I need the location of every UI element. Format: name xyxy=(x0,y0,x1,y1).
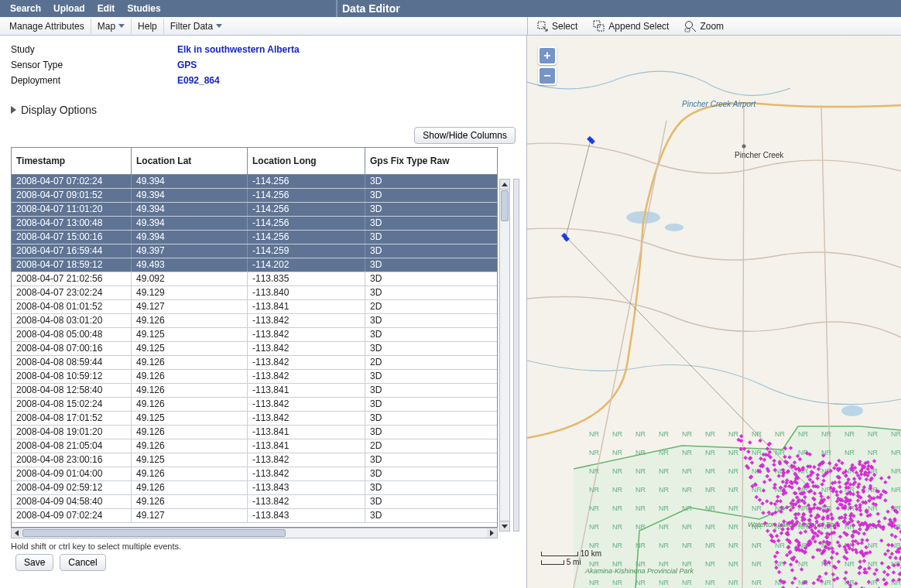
scroll-up-button[interactable] xyxy=(500,179,509,190)
column-header[interactable]: Location Long xyxy=(248,148,365,174)
study-value: Elk in southwestern Alberta xyxy=(177,44,300,55)
svg-text:NR: NR xyxy=(589,430,599,438)
svg-text:NR: NR xyxy=(728,430,738,438)
menu-filter-data[interactable]: Filter Data xyxy=(164,19,228,34)
table-row[interactable]: 2008-04-07 13:00:4849.394-114.2563D xyxy=(12,217,497,231)
table-cell: 49.126 xyxy=(132,439,248,453)
table-cell: -113.842 xyxy=(248,314,365,327)
table-row[interactable]: 2008-04-07 11:01:2049.394-114.2563D xyxy=(12,203,497,217)
svg-text:NR: NR xyxy=(635,467,646,475)
svg-text:NR: NR xyxy=(752,523,762,531)
table-row[interactable]: 2008-04-07 21:02:5649.092-113.8353D xyxy=(12,272,497,286)
table-row[interactable]: 2008-04-08 05:00:4849.125-113.8423D xyxy=(12,328,497,342)
topbar-item-edit[interactable]: Edit xyxy=(92,2,121,15)
menu-help[interactable]: Help xyxy=(132,19,164,34)
table-cell: -114.256 xyxy=(248,231,365,244)
map-tool-zoom[interactable]: Zoom xyxy=(679,18,729,35)
column-header[interactable]: Gps Fix Type Raw xyxy=(365,148,483,174)
svg-text:NR: NR xyxy=(589,579,599,586)
table-cell: 49.394 xyxy=(132,203,248,216)
svg-rect-2 xyxy=(598,25,604,31)
scrollbar-thumb[interactable] xyxy=(501,190,509,221)
topbar-item-upload[interactable]: Upload xyxy=(48,2,91,15)
table-cell: -113.843 xyxy=(248,481,365,494)
table-cell: 49.394 xyxy=(132,175,248,188)
chevron-right-icon xyxy=(490,530,494,536)
top-bar: SearchUploadEditStudies Data Editor xyxy=(0,0,901,17)
save-button[interactable]: Save xyxy=(15,554,53,571)
table-row[interactable]: 2008-04-08 03:01:2049.126-113.8423D xyxy=(12,314,497,328)
vertical-scrollbar[interactable] xyxy=(499,179,510,532)
table-row[interactable]: 2008-04-08 07:00:1649.125-113.8423D xyxy=(12,342,497,356)
display-options-toggle[interactable]: Display Options xyxy=(11,104,516,116)
svg-text:NR: NR xyxy=(682,430,692,438)
table-cell: -113.841 xyxy=(248,426,365,439)
table-cell: 3D xyxy=(365,495,483,508)
table-row[interactable]: 2008-04-07 18:59:1249.493-114.2023D xyxy=(12,258,497,272)
table-cell: 49.092 xyxy=(132,272,248,285)
map-canvas[interactable]: Pincher Creek Pincher Creek Airport Wate… xyxy=(527,36,901,588)
map-tool-select[interactable]: Select xyxy=(531,18,583,35)
svg-text:NR: NR xyxy=(612,523,622,531)
table-row[interactable]: 2008-04-08 01:01:5249.127-113.8412D xyxy=(12,300,497,314)
table-row[interactable]: 2008-04-08 19:01:2049.126-113.8413D xyxy=(12,426,497,439)
table-row[interactable]: 2008-04-07 07:02:2449.394-114.2563D xyxy=(12,175,497,189)
table-row[interactable]: 2008-04-09 04:58:4049.126-113.8423D xyxy=(12,495,497,509)
scroll-down-button[interactable] xyxy=(500,521,509,531)
table-row[interactable]: 2008-04-08 10:59:1249.126-113.8423D xyxy=(12,370,497,384)
table-cell: 2008-04-09 07:02:24 xyxy=(12,509,132,522)
table-cell: -113.841 xyxy=(248,384,365,397)
table-cell: 2008-04-08 08:59:44 xyxy=(12,356,132,369)
zoom-in-button[interactable]: + xyxy=(538,46,557,65)
map-tool-label: Zoom xyxy=(700,21,724,32)
svg-text:NR: NR xyxy=(728,486,738,494)
overview-scrollbar[interactable] xyxy=(513,179,519,532)
table-cell: 49.125 xyxy=(132,342,248,355)
svg-text:NR: NR xyxy=(868,430,878,438)
horizontal-scrollbar[interactable] xyxy=(11,528,498,538)
svg-text:NR: NR xyxy=(589,542,599,549)
table-row[interactable]: 2008-04-08 17:01:5249.125-113.8423D xyxy=(12,412,497,426)
table-cell: -114.256 xyxy=(248,189,365,202)
table-row[interactable]: 2008-04-08 23:00:1649.125-113.8423D xyxy=(12,453,497,467)
svg-text:NR: NR xyxy=(868,542,878,549)
table-cell: 49.127 xyxy=(132,300,248,313)
table-row[interactable]: 2008-04-08 21:05:0449.126-113.8412D xyxy=(12,439,497,453)
svg-text:NR: NR xyxy=(728,504,738,512)
column-header[interactable]: Location Lat xyxy=(132,148,248,174)
map-pane[interactable]: Pincher Creek Pincher Creek Airport Wate… xyxy=(527,36,901,588)
table-cell: 3D xyxy=(365,398,483,411)
grid-body[interactable]: 2008-04-07 07:02:2449.394-114.2563D2008-… xyxy=(12,175,497,527)
table-row[interactable]: 2008-04-09 01:04:0049.126-113.8423D xyxy=(12,467,497,481)
table-row[interactable]: 2008-04-07 15:00:1649.394-114.2563D xyxy=(12,231,497,244)
table-cell: 49.126 xyxy=(132,314,248,327)
table-row[interactable]: 2008-04-07 09:01:5249.394-114.2563D xyxy=(12,189,497,203)
scroll-left-button[interactable] xyxy=(12,528,22,538)
table-row[interactable]: 2008-04-07 16:59:4449.397-114.2593D xyxy=(12,244,497,258)
column-header[interactable]: Timestamp xyxy=(12,148,132,174)
svg-text:NR: NR xyxy=(635,542,646,549)
table-cell: 49.126 xyxy=(132,495,248,508)
table-cell: 2008-04-08 19:01:20 xyxy=(12,426,132,439)
menu-manage-attributes[interactable]: Manage Attributes xyxy=(3,19,91,34)
topbar-item-studies[interactable]: Studies xyxy=(122,2,166,15)
show-hide-columns-button[interactable]: Show/Hide Columns xyxy=(414,127,516,144)
table-row[interactable]: 2008-04-08 12:58:4049.126-113.8413D xyxy=(12,384,497,398)
table-row[interactable]: 2008-04-08 15:02:2449.126-113.8423D xyxy=(12,398,497,412)
table-row[interactable]: 2008-04-09 07:02:2449.127-113.8433D xyxy=(12,509,497,523)
cancel-button[interactable]: Cancel xyxy=(60,554,105,571)
topbar-item-search[interactable]: Search xyxy=(5,2,46,15)
table-row[interactable]: 2008-04-08 08:59:4449.126-113.8422D xyxy=(12,356,497,370)
scroll-right-button[interactable] xyxy=(487,528,497,538)
scrollbar-thumb-h[interactable] xyxy=(22,529,286,537)
chevron-down-icon xyxy=(118,24,125,28)
zoom-out-button[interactable]: − xyxy=(538,67,557,85)
menu-map[interactable]: Map xyxy=(91,19,132,34)
table-cell: 3D xyxy=(365,258,483,272)
table-row[interactable]: 2008-04-07 23:02:2449.129-113.8403D xyxy=(12,286,497,300)
table-cell: -114.256 xyxy=(248,217,365,230)
table-row[interactable]: 2008-04-09 02:59:1249.126-113.8433D xyxy=(12,481,497,495)
table-cell: 2008-04-08 05:00:48 xyxy=(12,328,132,341)
map-tool-append-select[interactable]: Append Select xyxy=(588,18,674,35)
selection-hint: Hold shift or ctrl key to select multipl… xyxy=(11,542,516,551)
